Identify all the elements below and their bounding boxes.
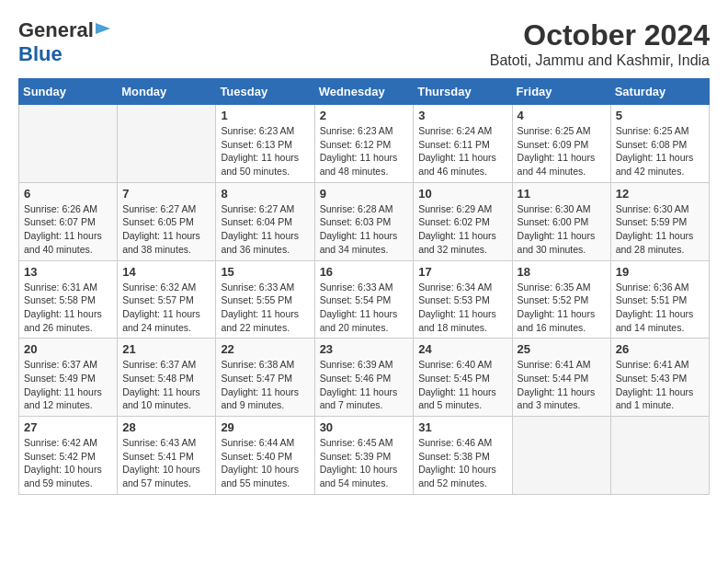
- day-info: Sunrise: 6:24 AMSunset: 6:11 PMDaylight:…: [418, 124, 506, 178]
- day-number: 11: [518, 187, 606, 201]
- logo-general-text: General: [18, 18, 94, 42]
- day-info: Sunrise: 6:30 AMSunset: 6:00 PMDaylight:…: [518, 202, 606, 257]
- day-number: 28: [122, 420, 210, 434]
- calendar-cell: 27Sunrise: 6:42 AMSunset: 5:42 PMDayligh…: [19, 417, 118, 495]
- calendar-cell: 19Sunrise: 6:36 AMSunset: 5:51 PMDayligh…: [610, 260, 709, 339]
- day-number: 27: [24, 420, 112, 434]
- day-info: Sunrise: 6:41 AMSunset: 5:44 PMDaylight:…: [518, 358, 606, 412]
- calendar-cell: 7Sunrise: 6:27 AMSunset: 6:05 PMDaylight…: [118, 182, 216, 260]
- day-number: 18: [518, 265, 606, 279]
- calendar-cell: 10Sunrise: 6:29 AMSunset: 6:02 PMDayligh…: [414, 182, 512, 260]
- calendar-week-row: 20Sunrise: 6:37 AMSunset: 5:49 PMDayligh…: [19, 339, 710, 417]
- calendar-cell: 4Sunrise: 6:25 AMSunset: 6:09 PMDaylight…: [512, 105, 610, 183]
- logo-arrow-icon: [96, 19, 114, 41]
- column-header-monday: Monday: [118, 79, 216, 105]
- day-info: Sunrise: 6:45 AMSunset: 5:39 PMDaylight:…: [320, 436, 409, 490]
- calendar-cell: 2Sunrise: 6:23 AMSunset: 6:12 PMDaylight…: [314, 105, 414, 183]
- calendar-cell: 14Sunrise: 6:32 AMSunset: 5:57 PMDayligh…: [118, 260, 216, 339]
- calendar-week-row: 1Sunrise: 6:23 AMSunset: 6:13 PMDaylight…: [19, 105, 710, 183]
- calendar-cell: 5Sunrise: 6:25 AMSunset: 6:08 PMDaylight…: [610, 105, 709, 183]
- day-number: 3: [418, 109, 506, 122]
- day-number: 19: [616, 265, 704, 279]
- day-info: Sunrise: 6:25 AMSunset: 6:09 PMDaylight:…: [518, 124, 606, 178]
- day-info: Sunrise: 6:41 AMSunset: 5:43 PMDaylight:…: [616, 358, 704, 412]
- column-header-friday: Friday: [512, 79, 610, 105]
- day-info: Sunrise: 6:34 AMSunset: 5:53 PMDaylight:…: [418, 281, 506, 335]
- calendar-cell: 3Sunrise: 6:24 AMSunset: 6:11 PMDaylight…: [414, 105, 512, 183]
- day-info: Sunrise: 6:37 AMSunset: 5:48 PMDaylight:…: [122, 358, 210, 412]
- logo: General Blue: [18, 18, 114, 66]
- day-number: 14: [122, 265, 210, 279]
- day-number: 17: [418, 265, 506, 279]
- calendar-cell: 22Sunrise: 6:38 AMSunset: 5:47 PMDayligh…: [216, 339, 314, 417]
- day-number: 31: [418, 420, 506, 434]
- day-number: 16: [320, 265, 409, 279]
- day-number: 25: [518, 342, 606, 356]
- calendar-cell: 24Sunrise: 6:40 AMSunset: 5:45 PMDayligh…: [414, 339, 512, 417]
- day-number: 6: [24, 187, 112, 201]
- day-info: Sunrise: 6:25 AMSunset: 6:08 PMDaylight:…: [616, 124, 704, 178]
- calendar-header-row: SundayMondayTuesdayWednesdayThursdayFrid…: [19, 79, 710, 105]
- day-info: Sunrise: 6:26 AMSunset: 6:07 PMDaylight:…: [24, 202, 112, 257]
- day-number: 24: [418, 342, 506, 356]
- day-info: Sunrise: 6:43 AMSunset: 5:41 PMDaylight:…: [122, 436, 210, 490]
- day-number: 8: [221, 187, 309, 201]
- day-info: Sunrise: 6:39 AMSunset: 5:46 PMDaylight:…: [320, 358, 409, 412]
- day-number: 1: [221, 109, 309, 122]
- day-info: Sunrise: 6:35 AMSunset: 5:52 PMDaylight:…: [518, 281, 606, 335]
- calendar-cell: 1Sunrise: 6:23 AMSunset: 6:13 PMDaylight…: [216, 105, 314, 183]
- day-number: 5: [616, 109, 704, 122]
- calendar-cell: 26Sunrise: 6:41 AMSunset: 5:43 PMDayligh…: [610, 339, 709, 417]
- calendar-cell: [19, 105, 118, 183]
- day-info: Sunrise: 6:32 AMSunset: 5:57 PMDaylight:…: [122, 281, 210, 335]
- day-info: Sunrise: 6:27 AMSunset: 6:05 PMDaylight:…: [122, 202, 210, 257]
- day-number: 20: [24, 342, 112, 356]
- calendar-cell: [610, 417, 709, 495]
- month-year: October 2024: [490, 18, 710, 52]
- calendar-cell: 31Sunrise: 6:46 AMSunset: 5:38 PMDayligh…: [414, 417, 512, 495]
- column-header-tuesday: Tuesday: [216, 79, 314, 105]
- day-info: Sunrise: 6:29 AMSunset: 6:02 PMDaylight:…: [418, 202, 506, 257]
- calendar-cell: 11Sunrise: 6:30 AMSunset: 6:00 PMDayligh…: [512, 182, 610, 260]
- calendar-cell: 21Sunrise: 6:37 AMSunset: 5:48 PMDayligh…: [118, 339, 216, 417]
- day-info: Sunrise: 6:23 AMSunset: 6:12 PMDaylight:…: [320, 124, 409, 178]
- calendar-cell: 29Sunrise: 6:44 AMSunset: 5:40 PMDayligh…: [216, 417, 314, 495]
- svg-marker-0: [96, 23, 110, 34]
- day-number: 23: [320, 342, 409, 356]
- calendar-cell: 16Sunrise: 6:33 AMSunset: 5:54 PMDayligh…: [314, 260, 414, 339]
- page-header: General Blue October 2024 Batoti, Jammu …: [18, 18, 710, 69]
- calendar-cell: 25Sunrise: 6:41 AMSunset: 5:44 PMDayligh…: [512, 339, 610, 417]
- day-number: 29: [221, 420, 309, 434]
- calendar-cell: 28Sunrise: 6:43 AMSunset: 5:41 PMDayligh…: [118, 417, 216, 495]
- day-info: Sunrise: 6:37 AMSunset: 5:49 PMDaylight:…: [24, 358, 112, 412]
- calendar-week-row: 27Sunrise: 6:42 AMSunset: 5:42 PMDayligh…: [19, 417, 710, 495]
- day-info: Sunrise: 6:30 AMSunset: 5:59 PMDaylight:…: [616, 202, 704, 257]
- calendar-cell: [118, 105, 216, 183]
- calendar-cell: 18Sunrise: 6:35 AMSunset: 5:52 PMDayligh…: [512, 260, 610, 339]
- day-info: Sunrise: 6:23 AMSunset: 6:13 PMDaylight:…: [221, 124, 309, 178]
- column-header-wednesday: Wednesday: [314, 79, 414, 105]
- day-number: 26: [616, 342, 704, 356]
- calendar-cell: 20Sunrise: 6:37 AMSunset: 5:49 PMDayligh…: [19, 339, 118, 417]
- calendar-cell: 17Sunrise: 6:34 AMSunset: 5:53 PMDayligh…: [414, 260, 512, 339]
- day-number: 7: [122, 187, 210, 201]
- calendar-cell: 6Sunrise: 6:26 AMSunset: 6:07 PMDaylight…: [19, 182, 118, 260]
- day-number: 4: [518, 109, 606, 122]
- title-block: October 2024 Batoti, Jammu and Kashmir, …: [490, 18, 710, 69]
- day-info: Sunrise: 6:36 AMSunset: 5:51 PMDaylight:…: [616, 281, 704, 335]
- calendar-week-row: 6Sunrise: 6:26 AMSunset: 6:07 PMDaylight…: [19, 182, 710, 260]
- logo-blue-text: Blue: [18, 42, 63, 65]
- calendar-cell: 23Sunrise: 6:39 AMSunset: 5:46 PMDayligh…: [314, 339, 414, 417]
- column-header-thursday: Thursday: [414, 79, 512, 105]
- calendar-week-row: 13Sunrise: 6:31 AMSunset: 5:58 PMDayligh…: [19, 260, 710, 339]
- day-number: 2: [320, 109, 409, 122]
- day-number: 12: [616, 187, 704, 201]
- day-number: 30: [320, 420, 409, 434]
- day-info: Sunrise: 6:40 AMSunset: 5:45 PMDaylight:…: [418, 358, 506, 412]
- location: Batoti, Jammu and Kashmir, India: [490, 52, 710, 69]
- day-number: 9: [320, 187, 409, 201]
- day-number: 13: [24, 265, 112, 279]
- day-info: Sunrise: 6:38 AMSunset: 5:47 PMDaylight:…: [221, 358, 309, 412]
- day-info: Sunrise: 6:33 AMSunset: 5:54 PMDaylight:…: [320, 281, 409, 335]
- calendar-cell: 13Sunrise: 6:31 AMSunset: 5:58 PMDayligh…: [19, 260, 118, 339]
